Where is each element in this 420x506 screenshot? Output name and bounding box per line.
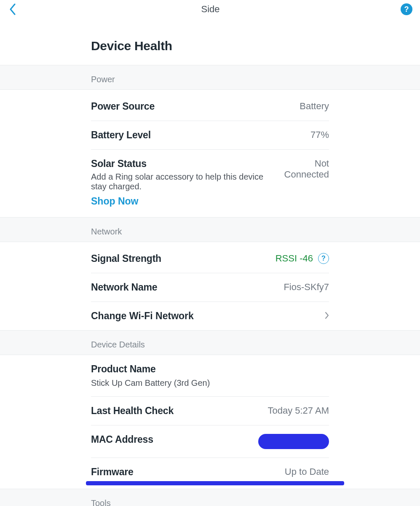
- battery-level-label: Battery Level: [91, 129, 151, 141]
- power-source-value: Battery: [300, 101, 329, 112]
- network-name-value: Fios-SKfy7: [284, 282, 329, 293]
- change-wifi-label: Change Wi-Fi Network: [91, 310, 194, 322]
- section-header-power: Power: [0, 65, 420, 90]
- header-title: Side: [20, 4, 401, 15]
- network-group: Signal Strength RSSI -46 ? Network Name …: [0, 242, 420, 330]
- signal-strength-help-button[interactable]: ?: [318, 253, 329, 264]
- row-mac-address: MAC Address: [91, 425, 329, 458]
- power-group: Power Source Battery Battery Level 77% S…: [0, 90, 420, 217]
- solar-status-hint: Add a Ring solar accessory to help this …: [91, 172, 278, 191]
- solar-status-label: Solar Status: [91, 158, 278, 170]
- row-battery-level: Battery Level 77%: [91, 121, 329, 150]
- solar-status-value: Not Connected: [278, 158, 329, 180]
- row-firmware: Firmware Up to Date: [91, 458, 329, 482]
- question-mark-icon: ?: [321, 255, 326, 262]
- signal-strength-value: RSSI -46: [276, 253, 313, 264]
- row-last-health-check: Last Health Check Today 5:27 AM: [91, 397, 329, 425]
- row-signal-strength: Signal Strength RSSI -46 ?: [91, 245, 329, 273]
- row-solar-status: Solar Status Add a Ring solar accessory …: [91, 150, 329, 194]
- device-details-group: Product Name Stick Up Cam Battery (3rd G…: [0, 355, 420, 482]
- change-wifi-row[interactable]: Change Wi-Fi Network: [91, 302, 329, 330]
- shop-now-link[interactable]: Shop Now: [91, 194, 329, 217]
- mac-address-label: MAC Address: [91, 434, 153, 445]
- product-name-label: Product Name: [91, 363, 156, 375]
- scribble-annotation: [86, 481, 344, 485]
- firmware-value: Up to Date: [285, 466, 329, 477]
- section-header-tools: Tools: [0, 489, 420, 506]
- chevron-right-icon: [325, 311, 329, 322]
- mac-address-redacted: [258, 434, 329, 449]
- back-button[interactable]: [5, 2, 20, 17]
- power-source-label: Power Source: [91, 101, 155, 112]
- section-header-network: Network: [0, 217, 420, 242]
- page-title: Device Health: [0, 20, 420, 65]
- question-mark-icon: ?: [404, 5, 409, 14]
- row-product-name: Product Name Stick Up Cam Battery (3rd G…: [91, 355, 329, 397]
- signal-strength-label: Signal Strength: [91, 253, 161, 264]
- help-button[interactable]: ?: [401, 3, 412, 15]
- section-header-device-details: Device Details: [0, 330, 420, 355]
- product-name-value: Stick Up Cam Battery (3rd Gen): [91, 378, 210, 388]
- chevron-left-icon: [9, 3, 16, 15]
- last-health-check-value: Today 5:27 AM: [268, 405, 329, 416]
- row-power-source: Power Source Battery: [91, 92, 329, 121]
- nav-header: Side ?: [0, 0, 420, 20]
- firmware-label: Firmware: [91, 466, 134, 478]
- row-network-name: Network Name Fios-SKfy7: [91, 273, 329, 302]
- last-health-check-label: Last Health Check: [91, 405, 174, 417]
- battery-level-value: 77%: [310, 129, 329, 140]
- network-name-label: Network Name: [91, 282, 157, 293]
